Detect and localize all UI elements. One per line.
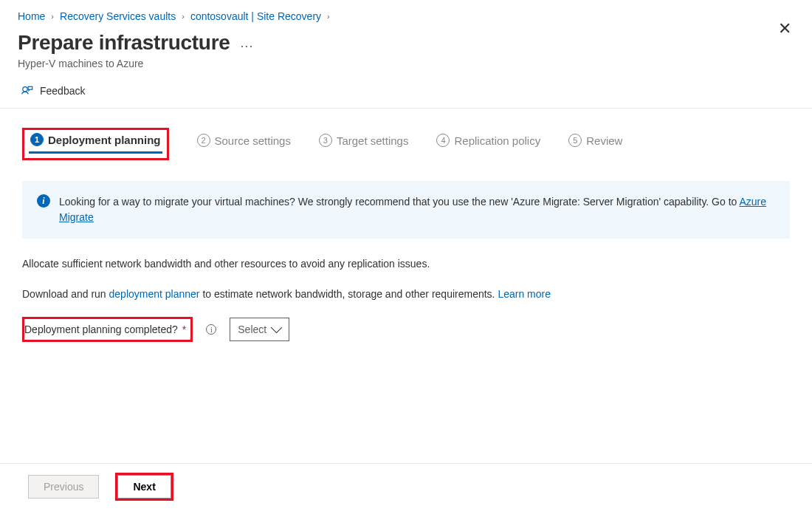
- close-button[interactable]: ✕: [778, 21, 791, 37]
- help-text-1: Allocate sufficient network bandwidth an…: [18, 256, 794, 272]
- tab-label: Review: [586, 134, 622, 147]
- form-row-deployment-planning: Deployment planning completed? * i Selec…: [18, 317, 794, 342]
- feedback-icon: [21, 84, 34, 97]
- title-row: Prepare infrastructure ···: [18, 31, 794, 55]
- svg-point-0: [23, 87, 27, 92]
- annotation-highlight: Deployment planning completed? *: [22, 317, 193, 342]
- info-tooltip-icon[interactable]: i: [206, 324, 216, 335]
- deployment-planning-select[interactable]: Select: [230, 318, 289, 341]
- breadcrumb-home[interactable]: Home: [18, 10, 45, 22]
- annotation-highlight: Next: [115, 473, 173, 501]
- chevron-right-icon: ›: [51, 12, 54, 21]
- callout-text-body: Looking for a way to migrate your virtua…: [59, 196, 739, 208]
- tab-label: Source settings: [215, 134, 291, 147]
- info-icon: i: [37, 194, 50, 208]
- tab-target-settings[interactable]: 3 Target settings: [319, 134, 409, 154]
- step-number-icon: 1: [30, 133, 44, 146]
- page-root: Home › Recovery Services vaults › contos…: [0, 0, 812, 517]
- help-text-2-mid: to estimate network bandwidth, storage a…: [200, 288, 498, 300]
- step-number-icon: 5: [568, 134, 582, 147]
- step-number-icon: 4: [436, 134, 450, 147]
- field-label: Deployment planning completed?: [24, 323, 178, 335]
- previous-button[interactable]: Previous: [28, 475, 99, 499]
- tab-source-settings[interactable]: 2 Source settings: [197, 134, 291, 154]
- breadcrumb: Home › Recovery Services vaults › contos…: [18, 0, 794, 31]
- tab-replication-policy[interactable]: 4 Replication policy: [436, 134, 540, 154]
- tab-label: Target settings: [337, 134, 409, 147]
- wizard-footer: Previous Next: [18, 473, 173, 501]
- page-title: Prepare infrastructure: [18, 31, 230, 55]
- tab-label: Replication policy: [454, 134, 540, 147]
- more-actions-icon[interactable]: ···: [241, 32, 254, 54]
- wizard-steps: 1 Deployment planning 2 Source settings …: [18, 109, 794, 168]
- step-number-icon: 2: [197, 134, 210, 147]
- help-text-2-pre: Download and run: [22, 288, 109, 300]
- tab-review[interactable]: 5 Review: [568, 134, 622, 154]
- tab-label: Deployment planning: [48, 134, 161, 146]
- select-wrap: Select: [230, 318, 289, 341]
- callout-text: Looking for a way to migrate your virtua…: [59, 194, 775, 225]
- deployment-planner-link[interactable]: deployment planner: [109, 288, 200, 300]
- close-icon: ✕: [778, 19, 791, 38]
- next-button[interactable]: Next: [117, 475, 171, 499]
- feedback-button[interactable]: Feedback: [40, 85, 85, 97]
- annotation-highlight: 1 Deployment planning: [22, 128, 169, 160]
- chevron-right-icon: ›: [327, 12, 330, 21]
- step-number-icon: 3: [319, 134, 332, 147]
- required-marker: *: [182, 323, 186, 335]
- tab-deployment-planning[interactable]: 1 Deployment planning: [30, 133, 161, 154]
- breadcrumb-vault-detail[interactable]: contosovault | Site Recovery: [190, 10, 321, 22]
- chevron-right-icon: ›: [182, 12, 185, 21]
- divider: [0, 463, 812, 464]
- info-callout: i Looking for a way to migrate your virt…: [22, 181, 790, 239]
- breadcrumb-vaults[interactable]: Recovery Services vaults: [60, 10, 176, 22]
- command-bar: Feedback: [18, 69, 794, 108]
- page-subtitle: Hyper-V machines to Azure: [18, 58, 794, 69]
- learn-more-link[interactable]: Learn more: [498, 288, 551, 300]
- help-text-2: Download and run deployment planner to e…: [18, 287, 794, 302]
